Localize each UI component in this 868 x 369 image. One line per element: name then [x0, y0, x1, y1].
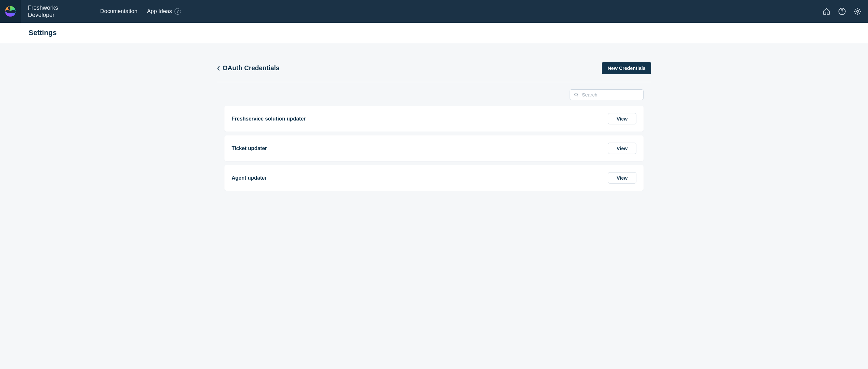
page-header: Settings — [0, 23, 868, 43]
page-title: Settings — [29, 29, 868, 37]
view-button[interactable]: View — [608, 143, 637, 154]
view-button[interactable]: View — [608, 172, 637, 183]
credential-row: Freshservice solution updater View — [224, 106, 644, 132]
search-input[interactable] — [582, 92, 639, 97]
svg-point-1 — [842, 13, 842, 13]
credential-name: Freshservice solution updater — [231, 116, 306, 122]
brand-logo[interactable] — [0, 0, 21, 23]
back-breadcrumb[interactable]: OAuth Credentials — [217, 64, 280, 72]
section-title: OAuth Credentials — [222, 64, 280, 72]
content-wrap: OAuth Credentials New Credentials Freshs… — [0, 43, 868, 204]
home-icon[interactable] — [823, 7, 830, 15]
credentials-list: Freshservice solution updater View Ticke… — [217, 106, 651, 191]
nav-links: Documentation App Ideas ? — [100, 8, 181, 15]
chevron-left-icon — [217, 66, 221, 71]
brand-name: Freshworks Developer — [28, 4, 58, 19]
topbar-actions — [823, 7, 862, 15]
help-circle-icon[interactable] — [838, 7, 846, 15]
freshworks-logo-icon — [4, 5, 16, 17]
help-icon[interactable]: ? — [175, 8, 181, 15]
credential-name: Ticket updater — [231, 145, 267, 151]
new-credentials-button[interactable]: New Credentials — [602, 62, 651, 74]
view-button[interactable]: View — [608, 113, 637, 124]
section-header: OAuth Credentials New Credentials — [217, 62, 651, 82]
brand-line1: Freshworks — [28, 4, 58, 12]
credential-row: Agent updater View — [224, 165, 644, 191]
nav-documentation[interactable]: Documentation — [100, 8, 137, 15]
topbar: Freshworks Developer Documentation App I… — [0, 0, 868, 23]
credential-row: Ticket updater View — [224, 136, 644, 161]
gear-icon[interactable] — [854, 7, 862, 15]
brand-line2: Developer — [28, 11, 58, 19]
search-box[interactable] — [569, 89, 644, 100]
search-icon — [574, 92, 579, 97]
content: OAuth Credentials New Credentials Freshs… — [217, 62, 651, 191]
svg-line-4 — [577, 95, 578, 96]
nav-app-ideas[interactable]: App Ideas — [147, 8, 172, 15]
search-row — [217, 82, 651, 106]
svg-point-2 — [857, 10, 859, 12]
credential-name: Agent updater — [231, 175, 267, 181]
